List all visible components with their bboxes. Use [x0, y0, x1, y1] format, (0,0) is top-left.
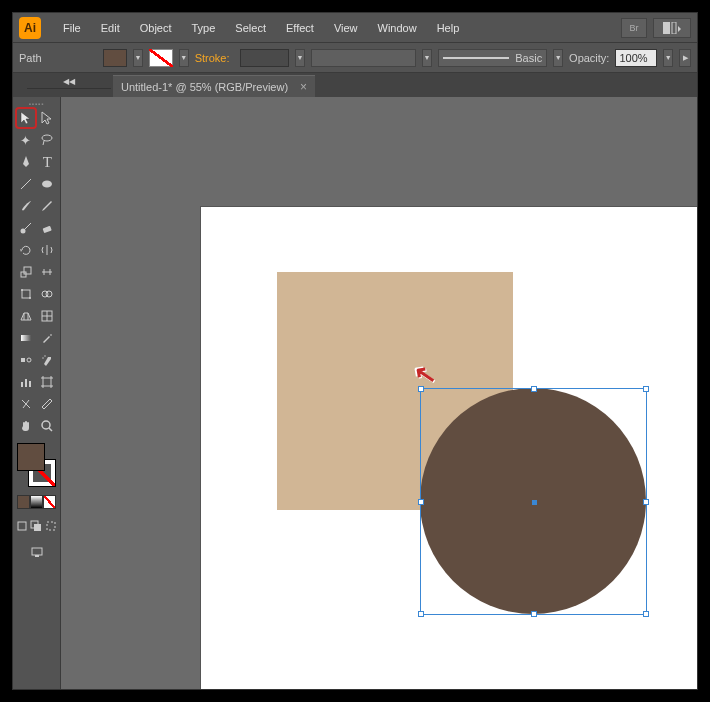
canvas[interactable]: ↖ — [61, 97, 697, 689]
gradient-mode-button[interactable] — [30, 495, 43, 509]
brush-preview[interactable]: Basic — [438, 49, 547, 67]
brush-tool[interactable] — [15, 195, 37, 217]
svg-rect-22 — [29, 381, 31, 387]
stroke-width-input[interactable] — [240, 49, 290, 67]
opacity-input[interactable]: 100% — [615, 49, 657, 67]
draw-inside-button[interactable] — [44, 515, 58, 537]
app-logo: Ai — [19, 17, 41, 39]
menu-type[interactable]: Type — [182, 22, 226, 34]
eyedropper-tool[interactable] — [37, 327, 59, 349]
stroke-width-dropdown[interactable]: ▼ — [295, 49, 305, 67]
draw-behind-button[interactable] — [29, 515, 43, 537]
blend-tool[interactable] — [15, 349, 37, 371]
selection-center-icon — [532, 500, 537, 505]
stroke-dropdown[interactable]: ▼ — [179, 49, 189, 67]
selection-handle[interactable] — [418, 386, 424, 392]
close-icon[interactable]: × — [300, 80, 307, 94]
stroke-profile-dropdown[interactable]: ▼ — [422, 49, 432, 67]
menu-window[interactable]: Window — [368, 22, 427, 34]
selection-handle[interactable] — [643, 611, 649, 617]
ellipse-tool[interactable] — [37, 173, 59, 195]
svg-rect-16 — [21, 358, 25, 362]
draw-normal-button[interactable] — [15, 515, 29, 537]
eraser-tool[interactable] — [37, 217, 59, 239]
shape-builder-tool[interactable] — [37, 283, 59, 305]
svg-point-24 — [42, 421, 50, 429]
artboard[interactable]: ↖ — [201, 207, 697, 689]
opacity-label: Opacity: — [569, 52, 609, 64]
selection-handle[interactable] — [531, 386, 537, 392]
hand-tool[interactable] — [15, 415, 37, 437]
zoom-tool[interactable] — [37, 415, 59, 437]
menu-view[interactable]: View — [324, 22, 368, 34]
perspective-grid-tool[interactable] — [15, 305, 37, 327]
selection-tool[interactable] — [15, 107, 37, 129]
svg-line-3 — [21, 179, 31, 189]
symbol-sprayer-tool[interactable] — [37, 349, 59, 371]
selection-handle[interactable] — [643, 386, 649, 392]
fill-stroke-indicator[interactable] — [17, 443, 56, 487]
type-tool[interactable]: T — [37, 151, 59, 173]
svg-point-4 — [42, 181, 52, 188]
workspace-switcher[interactable] — [653, 18, 691, 38]
svg-point-17 — [27, 358, 31, 362]
svg-rect-21 — [25, 379, 27, 387]
bridge-button[interactable]: Br — [621, 18, 647, 38]
svg-point-10 — [21, 289, 23, 291]
control-bar: Path ▼ ▼ Stroke: ▼ ▼ Basic ▼ Opacity: 10… — [13, 43, 697, 73]
brush-dropdown[interactable]: ▼ — [553, 49, 563, 67]
line-tool[interactable] — [15, 173, 37, 195]
selection-handle[interactable] — [418, 611, 424, 617]
selection-handle[interactable] — [643, 499, 649, 505]
document-tab[interactable]: Untitled-1* @ 55% (RGB/Preview) × — [113, 75, 315, 97]
panel-collapse-button[interactable]: ◀◀ — [27, 75, 111, 89]
reflect-tool[interactable] — [37, 239, 59, 261]
control-overflow[interactable]: ▶ — [679, 49, 691, 67]
measure-tool[interactable] — [37, 393, 59, 415]
svg-rect-8 — [24, 267, 31, 274]
width-tool[interactable] — [37, 261, 59, 283]
selection-handle[interactable] — [418, 499, 424, 505]
menu-help[interactable]: Help — [427, 22, 470, 34]
rotate-tool[interactable] — [15, 239, 37, 261]
svg-line-25 — [49, 428, 52, 431]
menu-select[interactable]: Select — [225, 22, 276, 34]
menu-edit[interactable]: Edit — [91, 22, 130, 34]
fill-dropdown[interactable]: ▼ — [133, 49, 143, 67]
blob-brush-tool[interactable] — [15, 217, 37, 239]
gradient-tool[interactable] — [15, 327, 37, 349]
color-mode-button[interactable] — [17, 495, 30, 509]
svg-point-18 — [43, 357, 44, 358]
menu-file[interactable]: File — [53, 22, 91, 34]
selection-bounding-box[interactable] — [420, 388, 647, 615]
slice-tool[interactable] — [15, 393, 37, 415]
magic-wand-tool[interactable]: ✦ — [15, 129, 37, 151]
lasso-tool[interactable] — [37, 129, 59, 151]
document-tab-bar: Untitled-1* @ 55% (RGB/Preview) × — [13, 73, 697, 97]
menu-effect[interactable]: Effect — [276, 22, 324, 34]
none-mode-button[interactable] — [43, 495, 56, 509]
menu-object[interactable]: Object — [130, 22, 182, 34]
svg-rect-0 — [663, 22, 670, 34]
fill-swatch[interactable] — [103, 49, 127, 67]
stroke-swatch[interactable] — [149, 49, 173, 67]
fill-color-box[interactable] — [17, 443, 45, 471]
svg-rect-23 — [43, 378, 51, 386]
scale-tool[interactable] — [15, 261, 37, 283]
svg-point-11 — [29, 297, 31, 299]
mesh-tool[interactable] — [37, 305, 59, 327]
pen-tool[interactable] — [15, 151, 37, 173]
artboard-tool[interactable] — [37, 371, 59, 393]
screen-mode-button[interactable] — [26, 541, 48, 563]
direct-selection-tool[interactable] — [37, 107, 59, 129]
pencil-tool[interactable] — [37, 195, 59, 217]
column-graph-tool[interactable] — [15, 371, 37, 393]
svg-point-19 — [45, 355, 46, 356]
free-transform-tool[interactable] — [15, 283, 37, 305]
svg-rect-20 — [21, 382, 23, 387]
main-area: ▪▪▪▪▪ ✦ T — [13, 97, 697, 689]
selection-handle[interactable] — [531, 611, 537, 617]
opacity-dropdown[interactable]: ▼ — [663, 49, 673, 67]
svg-point-13 — [46, 291, 52, 297]
stroke-profile[interactable] — [311, 49, 416, 67]
